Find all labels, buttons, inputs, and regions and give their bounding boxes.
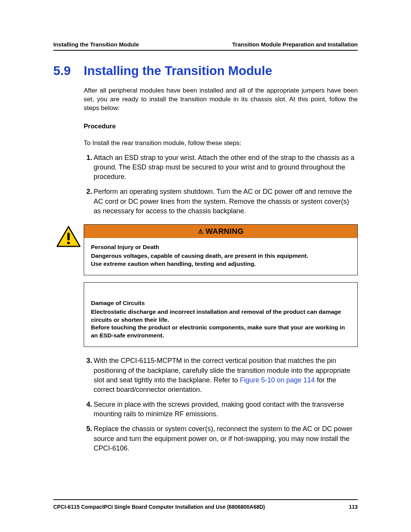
footer-rule [53,499,358,500]
running-header-left: Installing the Transition Module [53,41,139,48]
step-number: 3. [84,356,92,395]
step-1: 1. Attach an ESD strap to your wrist. At… [84,153,358,182]
svg-point-2 [67,241,70,244]
step-4: 4. Secure in place with the screws provi… [84,400,358,419]
procedure-label: Procedure [84,123,358,130]
notice-line: Electrostatic discharge and incorrect in… [91,308,350,324]
step-number: 2. [84,187,92,216]
footer-page-number: 113 [349,504,358,510]
step-body: Perform an operating system shutdown. Tu… [94,187,358,216]
warning-lead: Personal Injury or Death [91,243,350,251]
step-body: Replace the chassis or system cover(s), … [94,424,358,453]
step-5: 5. Replace the chassis or system cover(s… [84,424,358,453]
section-heading: 5.9 Installing the Transition Module [53,64,358,78]
warning-banner: ⚠ WARNING [84,225,357,238]
footer-doc-title: CPCI-6115 CompactPCI Single Board Comput… [53,504,265,510]
step-2: 2. Perform an operating system shutdown.… [84,187,358,216]
intro-paragraph: After all peripheral modules have been i… [84,86,358,113]
procedure-intro: To Install the rear transition module, f… [84,139,358,147]
warning-box: ⚠ WARNING Personal Injury or Death Dange… [53,224,358,275]
notice-lead: Damage of Circuits [91,299,350,307]
warning-line: Use extreme caution when handling, testi… [91,260,350,268]
step-number: 5. [84,424,92,453]
warning-glyph-icon: ⚠ [198,228,204,235]
step-3: 3. With the CPCI-6115-MCPTM in the corre… [84,356,358,395]
warning-body: Personal Injury or Death Dangerous volta… [84,238,357,275]
step-body: Attach an ESD strap to your wrist. Attac… [94,153,358,182]
figure-link[interactable]: Figure 5-10 on page 114 [240,376,315,384]
warning-line: Dangerous voltages, capable of causing d… [91,252,350,260]
notice-box: Damage of Circuits Electrostatic dischar… [84,282,358,347]
warning-triangle-icon [56,226,81,248]
header-rule [53,50,358,51]
step-number: 1. [84,153,92,182]
page: Installing the Transition Module Transit… [0,0,411,532]
svg-rect-1 [67,233,70,240]
step-body: Secure in place with the screws provided… [94,400,358,419]
step-number: 4. [84,400,92,419]
warning-content: ⚠ WARNING Personal Injury or Death Dange… [84,224,358,275]
warning-icon-cell [53,224,84,275]
page-footer: CPCI-6115 CompactPCI Single Board Comput… [53,499,358,510]
step-body: With the CPCI-6115-MCPTM in the correct … [94,356,358,395]
section-title: Installing the Transition Module [84,64,272,78]
notice-line: Before touching the product or electroni… [91,324,350,340]
running-header-right: Transition Module Preparation and Instal… [232,41,358,48]
warning-banner-text: WARNING [206,227,244,235]
section-number: 5.9 [53,64,84,78]
running-header: Installing the Transition Module Transit… [53,41,358,50]
